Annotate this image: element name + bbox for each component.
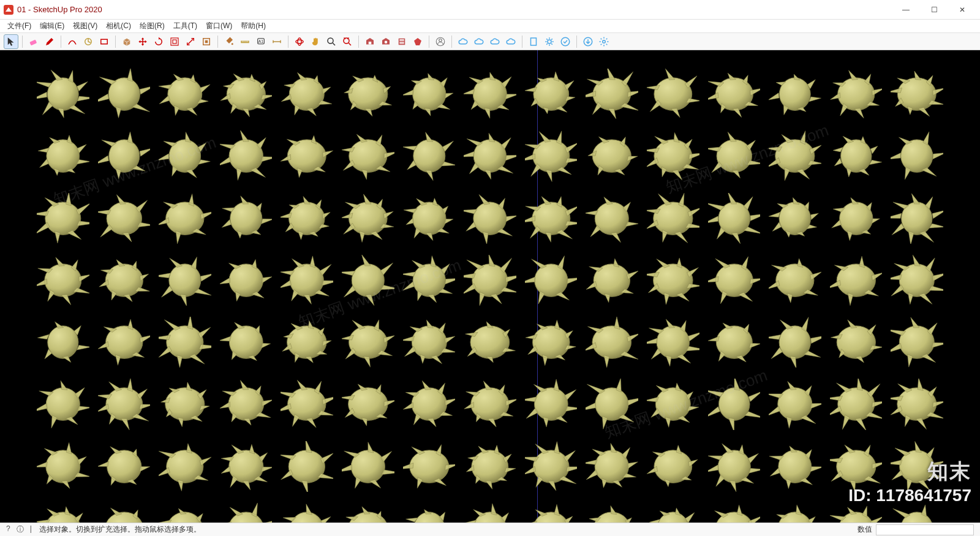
model-thumbnail[interactable] [98, 441, 151, 492]
model-thumbnail[interactable] [342, 503, 394, 523]
model-thumbnail[interactable] [98, 317, 151, 368]
model-thumbnail[interactable] [159, 193, 211, 244]
layout-tool[interactable] [394, 34, 409, 49]
model-thumbnail[interactable] [525, 255, 578, 306]
model-thumbnail[interactable] [830, 317, 883, 368]
text-tool[interactable]: A1 [254, 34, 268, 49]
cloud-2-tool[interactable] [472, 34, 486, 49]
model-thumbnail[interactable] [464, 193, 516, 244]
model-thumbnail[interactable] [37, 130, 89, 181]
model-thumbnail[interactable] [342, 317, 394, 368]
model-thumbnail[interactable] [342, 441, 394, 492]
model-thumbnail[interactable] [37, 503, 89, 523]
model-thumbnail[interactable] [708, 503, 761, 523]
model-thumbnail[interactable] [891, 441, 943, 492]
minimize-button[interactable]: — [892, 1, 920, 19]
model-thumbnail[interactable] [647, 441, 699, 492]
model-thumbnail[interactable] [830, 69, 883, 119]
tape-tool[interactable] [81, 34, 96, 49]
model-thumbnail[interactable] [647, 317, 699, 368]
model-thumbnail[interactable] [891, 193, 943, 244]
model-thumbnail[interactable] [586, 130, 638, 181]
model-thumbnail[interactable] [37, 255, 89, 306]
model-thumbnail[interactable] [525, 193, 578, 244]
model-thumbnail[interactable] [281, 441, 333, 492]
model-thumbnail[interactable] [342, 193, 394, 244]
model-thumbnail[interactable] [37, 441, 89, 492]
model-thumbnail[interactable] [647, 69, 699, 119]
model-thumbnail[interactable] [403, 255, 456, 306]
model-thumbnail[interactable] [769, 379, 821, 429]
download-tool[interactable] [581, 34, 595, 49]
model-thumbnail[interactable] [769, 130, 821, 181]
model-thumbnail[interactable] [769, 69, 821, 119]
help-icon[interactable]: ? [6, 524, 10, 535]
model-thumbnail[interactable] [830, 503, 883, 523]
orbit-tool[interactable] [292, 34, 307, 49]
model-thumbnail[interactable] [159, 130, 211, 181]
model-thumbnail[interactable] [708, 317, 761, 368]
model-thumbnail[interactable] [281, 193, 333, 244]
cloud-1-tool[interactable] [456, 34, 470, 49]
model-thumbnail[interactable] [220, 379, 273, 429]
menu-window[interactable]: 窗口(W) [202, 20, 236, 32]
move-tool[interactable] [135, 34, 150, 49]
menu-help[interactable]: 帮助(H) [237, 20, 270, 32]
model-thumbnail[interactable] [159, 317, 211, 368]
model-thumbnail[interactable] [891, 130, 943, 181]
component-tool[interactable] [199, 34, 214, 49]
model-thumbnail[interactable] [525, 69, 578, 119]
model-thumbnail[interactable] [464, 503, 516, 523]
info-icon[interactable]: ⓘ [17, 524, 24, 535]
model-thumbnail[interactable] [98, 255, 151, 306]
model-thumbnail[interactable] [830, 255, 883, 306]
model-thumbnail[interactable] [708, 193, 761, 244]
model-thumbnail[interactable] [403, 130, 456, 181]
zoom-tool[interactable] [324, 34, 339, 49]
model-thumbnail[interactable] [220, 69, 273, 119]
model-thumbnail[interactable] [281, 255, 333, 306]
model-thumbnail[interactable] [708, 379, 761, 429]
page-tool[interactable] [526, 34, 541, 49]
model-thumbnail[interactable] [220, 130, 273, 181]
user-tool[interactable] [433, 34, 448, 49]
model-thumbnail[interactable] [525, 441, 578, 492]
model-thumbnail[interactable] [525, 379, 578, 429]
offset-tool[interactable] [167, 34, 182, 49]
model-thumbnail[interactable] [37, 317, 89, 368]
model-thumbnail[interactable] [37, 379, 89, 429]
model-thumbnail[interactable] [220, 255, 273, 306]
model-thumbnail[interactable] [586, 317, 638, 368]
check-tool[interactable] [558, 34, 573, 49]
model-thumbnail[interactable] [403, 193, 456, 244]
menu-camera[interactable]: 相机(C) [102, 20, 135, 32]
pencil-tool[interactable] [42, 34, 57, 49]
model-thumbnail[interactable] [525, 503, 578, 523]
model-thumbnail[interactable] [37, 69, 89, 119]
model-thumbnail[interactable] [159, 379, 211, 429]
model-thumbnail[interactable] [647, 503, 699, 523]
model-thumbnail[interactable] [98, 130, 151, 181]
menu-edit[interactable]: 编辑(E) [36, 20, 68, 32]
model-thumbnail[interactable] [586, 193, 638, 244]
model-thumbnail[interactable] [159, 255, 211, 306]
model-thumbnail[interactable] [647, 130, 699, 181]
select-tool[interactable] [4, 34, 18, 49]
model-thumbnail[interactable] [98, 193, 151, 244]
model-thumbnail[interactable] [281, 317, 333, 368]
model-thumbnail[interactable] [891, 379, 943, 429]
close-button[interactable]: ✕ [948, 1, 976, 19]
model-thumbnail[interactable] [464, 130, 516, 181]
model-thumbnail[interactable] [586, 379, 638, 429]
model-thumbnail[interactable] [403, 441, 456, 492]
model-thumbnail[interactable] [708, 255, 761, 306]
3d-warehouse-tool[interactable] [363, 34, 377, 49]
cloud-3-tool[interactable] [488, 34, 502, 49]
model-thumbnail[interactable] [281, 69, 333, 119]
paint-tool[interactable] [222, 34, 236, 49]
model-thumbnail[interactable] [403, 317, 456, 368]
model-thumbnail[interactable] [159, 69, 211, 119]
model-thumbnail[interactable] [281, 503, 333, 523]
cloud-4-tool[interactable] [503, 34, 518, 49]
model-thumbnail[interactable] [708, 130, 761, 181]
